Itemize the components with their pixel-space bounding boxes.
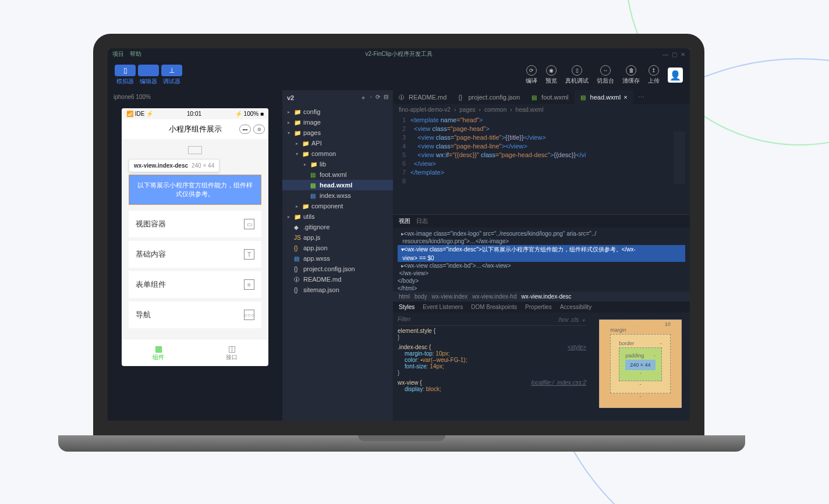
- more-icon[interactable]: •••: [239, 125, 251, 134]
- list-item[interactable]: 表单组件≡: [129, 271, 261, 298]
- devtools-tabs: StylesEvent ListenersDOM BreakpointsProp…: [393, 301, 690, 313]
- close-capsule-icon[interactable]: ⊙: [253, 125, 265, 134]
- action-button[interactable]: ↥上传: [648, 65, 660, 85]
- mode-button-0[interactable]: ▯模拟器: [115, 65, 136, 86]
- devtools-top-tab[interactable]: 日志: [416, 217, 428, 225]
- styles-panel[interactable]: Filter :hov .cls ＋ element.style { } .in…: [393, 313, 591, 421]
- app-title-bar: 小程序组件展示 ••• ⊙: [122, 119, 268, 139]
- phone-tab[interactable]: ▦组件: [122, 339, 195, 366]
- editor-tab[interactable]: 🛈README.md: [393, 90, 452, 104]
- file-explorer: v2 ＋ ▫ ⟳ ⊟ ▸📁config ▸📁image ▾📁pages ▸📁AP…: [282, 90, 393, 421]
- phone-tab[interactable]: ◫接口: [195, 339, 268, 366]
- new-folder-icon[interactable]: ▫: [370, 94, 372, 102]
- tree-item[interactable]: ▤head.wxml: [282, 180, 393, 190]
- window-title: v2-FinClip小程序开发工具: [365, 50, 432, 58]
- device-info: iphone6 100%: [108, 90, 282, 104]
- menu-project[interactable]: 项目: [112, 50, 124, 58]
- explorer-root[interactable]: v2: [287, 94, 294, 101]
- tree-item[interactable]: {}app.json: [282, 243, 393, 253]
- selected-element[interactable]: 以下将展示小程序官方组件能力，组件样式仅供参考。: [129, 175, 261, 205]
- action-button[interactable]: ⟳编译: [526, 65, 537, 85]
- action-button[interactable]: ▯真机调试: [565, 65, 589, 85]
- editor-tab[interactable]: ▤head.wxml×: [575, 90, 633, 104]
- styles-tab[interactable]: Event Listeners: [423, 304, 463, 310]
- action-button[interactable]: ◉预览: [545, 65, 557, 85]
- tree-item[interactable]: {}project.config.json: [282, 264, 393, 274]
- dom-inspector[interactable]: ▸<wx-image class="index-logo" src="../re…: [393, 228, 690, 292]
- breadcrumb: fino-applet-demo-v2›pages›common›head.wx…: [393, 104, 690, 115]
- avatar[interactable]: 👤: [668, 68, 683, 83]
- item-icon: ○○○: [244, 310, 254, 320]
- editor-tab[interactable]: ▤foot.wxml: [526, 90, 574, 104]
- tab-overflow-icon[interactable]: ⋯: [633, 94, 649, 101]
- tree-item[interactable]: ▸📁image: [282, 117, 393, 127]
- logo-placeholder: [188, 146, 202, 154]
- tree-item[interactable]: ▸📁API: [282, 138, 393, 148]
- tree-item[interactable]: {}sitemap.json: [282, 285, 393, 295]
- tree-item[interactable]: ▸📁utils: [282, 211, 393, 222]
- menu-help[interactable]: 帮助: [130, 50, 141, 58]
- phone-statusbar: 📶 IDE ⚡ 10:01 ⚡ 100% ■: [122, 108, 268, 119]
- styles-tab[interactable]: Styles: [399, 304, 414, 310]
- refresh-icon[interactable]: ⟳: [375, 94, 380, 102]
- new-file-icon[interactable]: ＋: [360, 94, 366, 102]
- phone-preview: 📶 IDE ⚡ 10:01 ⚡ 100% ■ 小程序组件展示 ••• ⊙ wx-…: [122, 108, 268, 366]
- collapse-icon[interactable]: ⊟: [384, 94, 388, 102]
- laptop-frame: 项目 帮助 v2-FinClip小程序开发工具 — ▢ ✕ ▯模拟器 编辑器 ⊥…: [93, 34, 710, 452]
- mode-button-2[interactable]: ⊥调试器: [161, 65, 182, 86]
- maximize-icon[interactable]: ▢: [672, 51, 677, 58]
- style-toggles[interactable]: :hov .cls ＋: [558, 316, 586, 324]
- camera-notch: [396, 39, 401, 44]
- dom-breadcrumb[interactable]: htmlbodywx-view.indexwx-view.index-hdwx-…: [393, 292, 690, 301]
- devtools: 视图日志 ▸<wx-image class="index-logo" src="…: [393, 214, 690, 421]
- action-button[interactable]: ↔切后台: [597, 65, 614, 85]
- item-icon: T: [244, 249, 254, 260]
- tree-item[interactable]: ▤foot.wxml: [282, 169, 393, 180]
- tree-item[interactable]: JSapp.js: [282, 232, 393, 243]
- editor-area: 🛈README.md {}project.config.json ▤foot.w…: [393, 90, 690, 421]
- minimize-icon[interactable]: —: [663, 51, 668, 58]
- tree-item[interactable]: ▸📁component: [282, 201, 393, 211]
- styles-tab[interactable]: Accessibility: [560, 304, 591, 310]
- close-icon[interactable]: ✕: [681, 51, 685, 58]
- tree-item[interactable]: ◆.gitignore: [282, 222, 393, 232]
- top-toolbar: ▯模拟器 编辑器 ⊥调试器 ⟳编译 ◉预览 ▯真机调试 ↔切后台 🗑清缓存 ↥上…: [108, 60, 690, 90]
- minimap[interactable]: [674, 132, 685, 184]
- close-tab-icon[interactable]: ×: [623, 94, 627, 101]
- inspector-tooltip: wx-view.index-desc 240 × 44: [129, 159, 219, 172]
- styles-tab[interactable]: DOM Breakpoints: [471, 304, 517, 310]
- tree-item[interactable]: ▤index.wxss: [282, 190, 393, 201]
- tree-item[interactable]: ▾📁pages: [282, 127, 393, 138]
- titlebar: 项目 帮助 v2-FinClip小程序开发工具 — ▢ ✕: [108, 48, 690, 60]
- ide-window: 项目 帮助 v2-FinClip小程序开发工具 — ▢ ✕ ▯模拟器 编辑器 ⊥…: [108, 48, 690, 421]
- filter-input[interactable]: Filter: [398, 316, 410, 324]
- tree-item[interactable]: ▸📁lib: [282, 159, 393, 169]
- tree-item[interactable]: ▸📁config: [282, 107, 393, 117]
- item-icon: ≡: [244, 279, 254, 290]
- list-item[interactable]: 视图容器▭: [129, 211, 261, 237]
- editor-tab[interactable]: {}project.config.json: [452, 90, 526, 104]
- list-item[interactable]: 基础内容T: [129, 241, 261, 268]
- item-icon: ▭: [244, 219, 254, 229]
- simulator-panel: iphone6 100% 📶 IDE ⚡ 10:01 ⚡ 100% ■ 小程序组…: [108, 90, 282, 421]
- tree-item[interactable]: ▾📁common: [282, 148, 393, 159]
- action-button[interactable]: 🗑清缓存: [622, 65, 640, 85]
- tree-item[interactable]: 🛈README.md: [282, 274, 393, 285]
- code-editor[interactable]: 12345678 <template name="head"> <view cl…: [393, 115, 690, 214]
- styles-tab[interactable]: Properties: [525, 304, 552, 310]
- list-item[interactable]: 导航○○○: [129, 301, 261, 328]
- tree-item[interactable]: ▤app.wxss: [282, 253, 393, 264]
- box-model: margin 10 border - padding - 240 × 44 - …: [591, 313, 690, 421]
- mode-button-1[interactable]: 编辑器: [138, 65, 159, 86]
- devtools-top-tab[interactable]: 视图: [399, 217, 410, 225]
